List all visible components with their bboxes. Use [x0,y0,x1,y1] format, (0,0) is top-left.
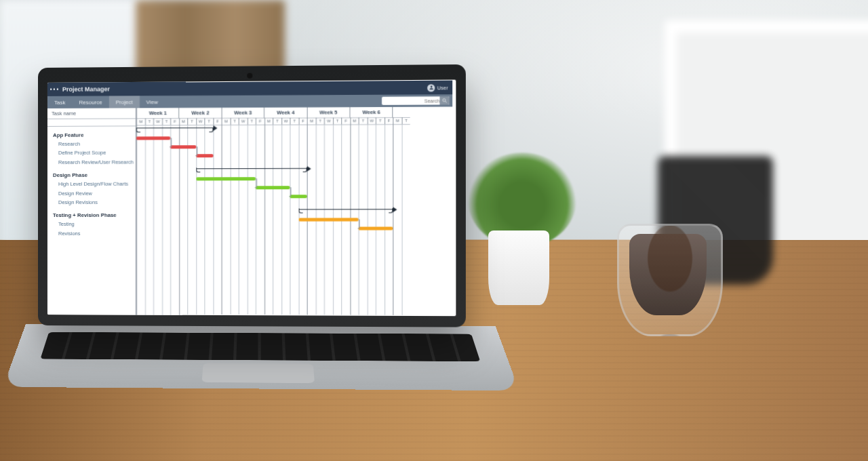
search-field[interactable] [382,96,450,105]
svg-point-0 [443,99,446,102]
week-header: Week 2 [179,108,222,118]
dependency-link [289,187,291,197]
menu-view[interactable]: View [140,96,165,108]
search-input[interactable] [382,98,439,103]
day-header: W [281,118,290,125]
scene: ••• Project Manager User TaskResourcePro… [0,0,868,461]
task-name-header: Task name [47,108,136,119]
dependency-link [358,219,360,228]
task-row[interactable]: Define Project Scope [47,148,136,158]
day-header: M [179,118,188,125]
day-header: M [350,117,359,124]
day-header: M [264,118,273,125]
menu-project[interactable]: Project [109,96,140,108]
day-header: W [196,118,205,125]
day-header: M [393,117,401,124]
app-title: Project Manager [62,85,110,92]
task-group[interactable]: Testing + Revision Phase [47,207,136,220]
day-header: T [162,118,171,125]
search-icon [441,98,447,103]
menu-resource[interactable]: Resource [72,96,108,108]
gantt-bar[interactable] [298,218,359,221]
day-header: F [170,118,179,125]
day-header: F [298,117,307,124]
coffee-cup [617,224,723,336]
day-header: T [333,117,342,124]
titlebar[interactable]: ••• Project Manager User [47,81,452,96]
svg-line-1 [446,101,447,102]
gantt-bar[interactable] [136,136,170,140]
day-header: T [290,118,298,125]
gantt-chart[interactable]: Week 1Week 2Week 3Week 4Week 5Week 6 MTW… [136,106,452,315]
gantt-bar[interactable] [290,195,307,198]
task-row[interactable]: Revisions [47,228,136,238]
day-header: W [153,118,162,125]
day-header: F [384,117,393,124]
phase-bracket [298,209,393,214]
task-row[interactable]: Research Review/User Research [47,157,136,167]
week-header: Week 6 [349,107,392,117]
laptop-keyboard [3,324,519,390]
laptop: ••• Project Manager User TaskResourcePro… [38,64,508,410]
day-header: W [367,117,376,124]
day-header: T [376,117,384,124]
day-header: F [213,118,222,125]
week-header: Week 3 [221,108,264,118]
window-controls-icon[interactable]: ••• [47,86,62,92]
project-manager-app: ••• Project Manager User TaskResourcePro… [47,81,452,315]
week-header: Week 1 [136,108,179,118]
day-header: T [273,118,281,125]
day-header: T [359,117,368,124]
gantt-bar[interactable] [256,186,290,189]
day-header: T [401,117,410,124]
dependency-link [255,178,257,188]
task-group[interactable]: App Feature [47,126,136,139]
laptop-screen-bezel: ••• Project Manager User TaskResourcePro… [38,64,466,327]
day-header: M [136,118,145,125]
task-row[interactable]: Design Revisions [47,198,136,207]
gantt-bar[interactable] [196,154,213,157]
day-header: T [247,118,256,125]
phase-bracket [196,168,307,173]
webcam [247,73,252,79]
search-button[interactable] [439,96,449,104]
task-row[interactable]: High Level Design/Flow Charts [47,180,136,189]
day-header: T [315,117,324,124]
day-header: T [145,118,154,125]
day-header: F [256,118,264,125]
gantt-bar[interactable] [196,177,256,180]
day-header: F [341,117,350,124]
day-header: T [187,118,196,125]
gantt-bar[interactable] [359,226,393,230]
task-row[interactable]: Research [47,140,136,149]
task-list-sidebar: Task name App FeatureResearchDefine Proj… [47,108,136,315]
task-row[interactable]: Testing [47,220,136,229]
week-header: Week 5 [307,107,349,117]
task-group[interactable]: Design Phase [47,167,136,180]
gantt-bar[interactable] [170,145,196,148]
laptop-screen: ••• Project Manager User TaskResourcePro… [47,80,456,317]
week-header: Week 4 [264,107,307,117]
user-menu[interactable]: User [427,84,452,92]
user-label: User [437,85,448,91]
day-header: M [222,118,231,125]
user-icon [427,84,435,92]
workarea: Task name App FeatureResearchDefine Proj… [47,106,452,315]
phase-bracket [136,127,213,132]
day-header: T [204,118,213,125]
dependency-link [170,138,172,147]
menubar: TaskResourceProjectView [47,94,452,108]
day-header: M [307,117,316,124]
day-header: W [239,118,248,125]
dependency-link [195,146,197,156]
menu-task[interactable]: Task [47,96,72,108]
task-row[interactable]: Design Review [47,188,136,198]
day-header: W [324,117,333,124]
day-header: T [230,118,239,125]
